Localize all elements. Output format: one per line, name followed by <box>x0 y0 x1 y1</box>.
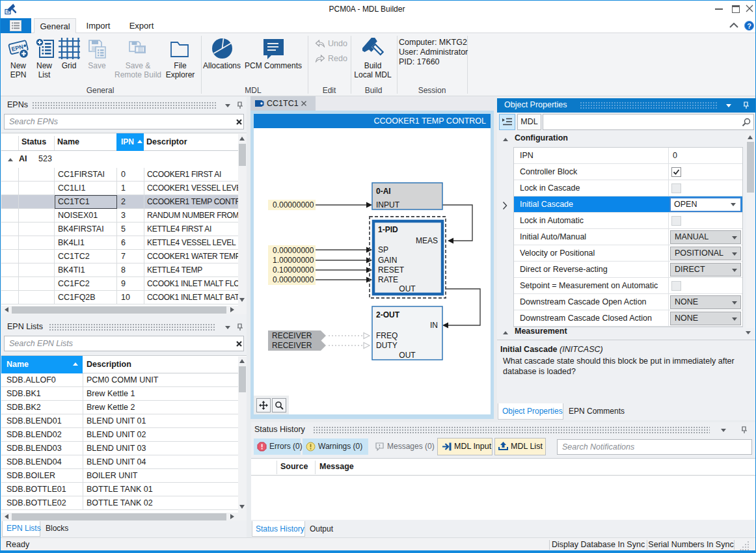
svg-text:GAIN: GAIN <box>378 256 397 265</box>
svg-text:RECEIVER: RECEIVER <box>272 341 312 350</box>
svg-text:INPUT: INPUT <box>376 200 400 209</box>
svg-text:1-PID: 1-PID <box>378 225 398 234</box>
svg-text:MEAS: MEAS <box>416 236 438 245</box>
svg-text:0.00000000: 0.00000000 <box>273 200 314 209</box>
svg-text:1.00000000: 1.00000000 <box>273 256 314 265</box>
svg-text:RECEIVER: RECEIVER <box>272 331 312 340</box>
svg-text:OUT: OUT <box>399 284 416 293</box>
svg-text:0.00000000: 0.00000000 <box>273 275 314 284</box>
svg-text:OUT: OUT <box>399 351 416 360</box>
svg-text:0-AI: 0-AI <box>376 187 391 196</box>
svg-text:IN: IN <box>430 321 438 330</box>
svg-text:0.10000000: 0.10000000 <box>273 265 314 275</box>
svg-text:DUTY: DUTY <box>376 341 398 350</box>
svg-text:RATE: RATE <box>378 275 398 284</box>
svg-text:2-OUT: 2-OUT <box>376 310 400 319</box>
svg-text:0.00000000: 0.00000000 <box>273 246 314 255</box>
svg-text:FREQ: FREQ <box>376 331 398 340</box>
svg-text:SP: SP <box>378 245 388 254</box>
svg-text:RESET: RESET <box>378 265 405 275</box>
